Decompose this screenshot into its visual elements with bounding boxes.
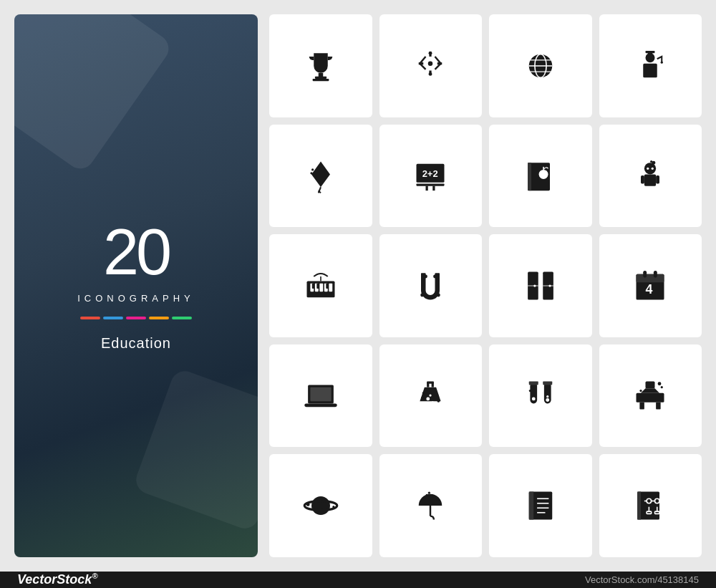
category-label: Education — [101, 335, 171, 352]
svg-rect-74 — [432, 382, 434, 387]
svg-rect-28 — [433, 186, 435, 191]
svg-point-32 — [538, 170, 548, 179]
svg-rect-26 — [417, 184, 445, 186]
svg-point-103 — [424, 497, 426, 499]
svg-rect-73 — [427, 382, 429, 387]
svg-point-77 — [430, 395, 432, 397]
icon-book-apple — [489, 125, 592, 228]
svg-rect-48 — [312, 284, 314, 289]
svg-point-90 — [546, 387, 548, 390]
icon-kite — [269, 125, 372, 228]
svg-point-54 — [424, 274, 427, 278]
svg-rect-36 — [641, 175, 644, 183]
icon-trophy — [269, 14, 372, 117]
svg-point-41 — [650, 160, 652, 163]
svg-rect-1 — [312, 79, 329, 81]
svg-point-3 — [428, 61, 433, 66]
svg-rect-37 — [656, 175, 659, 183]
svg-text:4: 4 — [646, 282, 653, 297]
icon-laptop — [269, 344, 372, 448]
icon-calendar-4: 4 — [599, 234, 702, 337]
svg-point-95 — [658, 382, 662, 386]
svg-point-24 — [311, 169, 314, 171]
svg-point-19 — [661, 61, 663, 63]
icon-blackboard-math: 2+2 — [379, 125, 483, 228]
svg-point-89 — [529, 390, 531, 392]
svg-rect-109 — [529, 491, 534, 519]
icon-planet — [269, 454, 372, 557]
svg-rect-93 — [640, 403, 645, 410]
color-orange — [149, 317, 169, 319]
svg-point-100 — [306, 503, 309, 506]
svg-rect-115 — [637, 491, 641, 519]
svg-point-78 — [422, 392, 425, 394]
svg-rect-35 — [644, 175, 656, 186]
svg-point-88 — [546, 398, 549, 402]
svg-point-9 — [429, 72, 432, 76]
svg-point-56 — [420, 293, 424, 297]
svg-point-76 — [432, 401, 434, 403]
svg-rect-45 — [319, 284, 323, 291]
svg-point-75 — [427, 397, 430, 401]
svg-rect-71 — [304, 404, 337, 408]
main-content: 20 ICONOGRAPHY Education — [0, 0, 716, 572]
svg-point-105 — [433, 495, 435, 497]
svg-point-57 — [437, 293, 440, 297]
svg-rect-67 — [654, 271, 657, 278]
icon-chemistry-bottles — [379, 344, 483, 448]
svg-rect-33 — [543, 167, 544, 170]
svg-rect-18 — [646, 51, 655, 53]
svg-rect-66 — [644, 271, 647, 278]
svg-rect-50 — [326, 284, 328, 289]
svg-point-80 — [421, 397, 423, 399]
icon-playground — [599, 344, 702, 448]
svg-rect-47 — [329, 284, 332, 291]
icon-graduate — [599, 14, 702, 117]
svg-rect-92 — [637, 393, 664, 403]
icon-lockers — [489, 234, 592, 337]
svg-point-81 — [437, 400, 440, 403]
icon-science-robot — [599, 125, 702, 228]
svg-point-39 — [652, 168, 654, 170]
svg-point-96 — [661, 386, 663, 388]
icon-globe — [489, 14, 592, 117]
svg-text:2+2: 2+2 — [422, 168, 438, 179]
svg-point-101 — [332, 506, 334, 508]
color-red — [80, 317, 100, 319]
svg-rect-91 — [646, 382, 655, 389]
svg-point-87 — [546, 395, 548, 397]
left-panel: 20 ICONOGRAPHY Education — [14, 14, 258, 557]
svg-rect-65 — [637, 274, 664, 282]
svg-marker-20 — [311, 162, 330, 188]
svg-rect-2 — [319, 73, 324, 78]
svg-point-55 — [433, 274, 437, 278]
color-green — [172, 317, 192, 319]
icon-grid: 2+2 4 — [269, 14, 702, 557]
svg-rect-85 — [543, 382, 552, 385]
svg-rect-94 — [656, 403, 661, 410]
icon-umbrella-rain — [379, 454, 483, 557]
svg-point-86 — [532, 397, 536, 401]
icon-compass — [379, 14, 483, 117]
svg-point-34 — [644, 163, 656, 174]
svg-point-107 — [428, 491, 430, 493]
svg-rect-84 — [529, 382, 538, 385]
svg-rect-31 — [528, 163, 531, 191]
svg-point-8 — [429, 51, 432, 54]
iconography-label: ICONOGRAPHY — [77, 293, 195, 304]
color-pink — [126, 317, 146, 319]
svg-rect-49 — [316, 284, 319, 289]
icon-circuit-book — [599, 454, 702, 557]
svg-point-106 — [436, 498, 438, 501]
icon-piano — [269, 234, 372, 337]
svg-rect-70 — [310, 387, 331, 402]
svg-rect-27 — [426, 186, 428, 191]
svg-point-23 — [310, 172, 312, 174]
logo-text: VectorStock — [17, 572, 92, 587]
svg-point-38 — [647, 168, 649, 170]
svg-rect-15 — [644, 64, 658, 78]
svg-point-79 — [436, 395, 438, 397]
icon-magnet — [379, 234, 483, 337]
vectorstock-logo: VectorStock® — [17, 572, 97, 587]
vectorstock-url: VectorStock.com/45138145 — [585, 574, 699, 585]
